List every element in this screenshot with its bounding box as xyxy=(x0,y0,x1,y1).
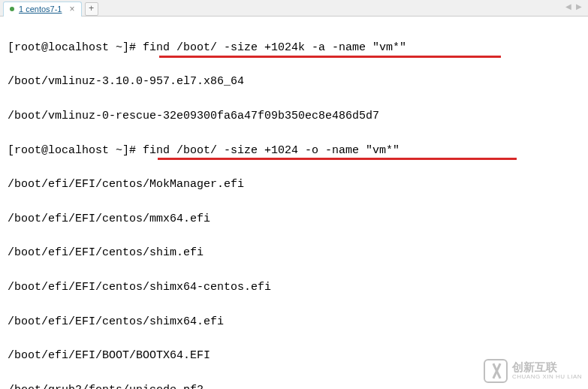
output-line: /boot/efi/EFI/centos/shimx64.efi xyxy=(8,314,580,331)
output-line: /boot/efi/EFI/centos/mmx64.efi xyxy=(8,211,580,228)
watermark-text: 创新互联 CHUANG XIN HU LIAN xyxy=(512,361,582,380)
watermark-en: CHUANG XIN HU LIAN xyxy=(512,374,582,381)
command-text: find /boot/ -size +1024k -a -name "vm*" xyxy=(143,41,406,54)
add-tab-button[interactable]: + xyxy=(85,2,98,16)
terminal-output[interactable]: [root@localhost ~]# find /boot/ -size +1… xyxy=(0,17,588,389)
tab-bar: 1 centos7-1 × + ◀ ▶ xyxy=(0,0,588,17)
output-line: /boot/efi/EFI/centos/shim.efi xyxy=(8,245,580,262)
command-text: find /boot/ -size +1024 -o -name "vm*" xyxy=(143,144,400,157)
watermark: 创新互联 CHUANG XIN HU LIAN xyxy=(484,359,582,383)
nav-left-icon[interactable]: ◀ xyxy=(564,2,573,11)
command-line-1: [root@localhost ~]# find /boot/ -size +1… xyxy=(8,40,580,57)
status-dot-icon xyxy=(10,7,14,11)
output-line: /boot/efi/EFI/centos/shimx64-centos.efi xyxy=(8,279,580,297)
output-line: /boot/vmlinuz-0-rescue-32e09300fa6a47f09… xyxy=(8,108,580,125)
prompt: [root@localhost ~]# xyxy=(8,41,143,54)
watermark-cn: 创新互联 xyxy=(512,361,582,374)
prompt: [root@localhost ~]# xyxy=(8,144,143,157)
tab-centos[interactable]: 1 centos7-1 × xyxy=(3,2,82,17)
output-line: /boot/efi/EFI/centos/MokManager.efi xyxy=(8,176,580,194)
tab-label: 1 centos7-1 xyxy=(19,5,62,14)
close-icon[interactable]: × xyxy=(69,4,74,14)
command-line-2: [root@localhost ~]# find /boot/ -size +1… xyxy=(8,143,580,160)
annotation-underline-icon xyxy=(159,56,501,58)
watermark-logo-icon xyxy=(484,359,508,383)
output-line: /boot/grub2/fonts/unicode.pf2 xyxy=(8,382,580,389)
nav-right-icon[interactable]: ▶ xyxy=(574,2,583,11)
output-line: /boot/vmlinuz-3.10.0-957.el7.x86_64 xyxy=(8,74,580,91)
annotation-underline-icon xyxy=(158,158,517,160)
tab-nav: ◀ ▶ xyxy=(564,2,583,11)
plus-icon: + xyxy=(89,4,94,14)
